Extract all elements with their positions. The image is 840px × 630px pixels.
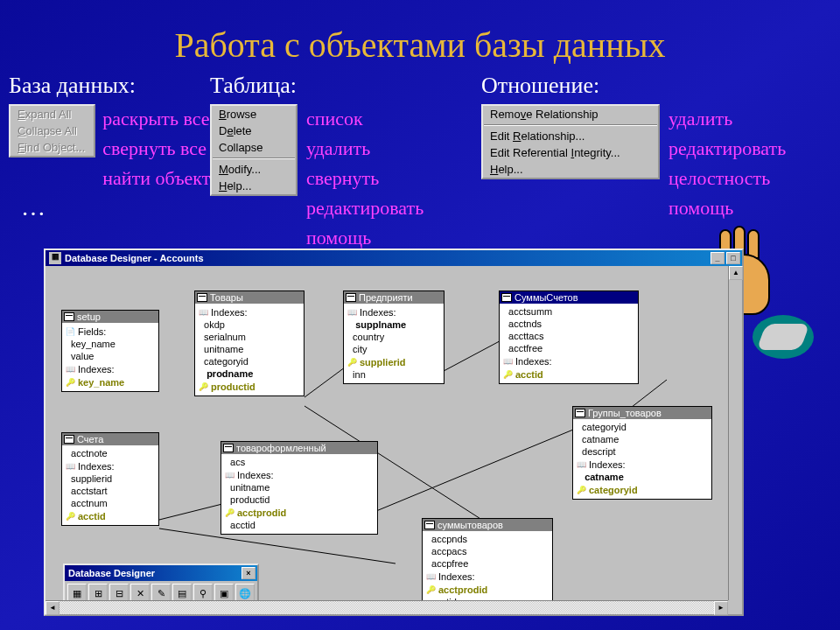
menu-modify[interactable]: Modify... bbox=[212, 161, 296, 178]
horizontal-scrollbar[interactable]: ◄► bbox=[46, 600, 728, 614]
table-section-label: Таблица: bbox=[210, 73, 481, 99]
table-tovary[interactable]: Товары Indexes: okdp serialnum unitname … bbox=[194, 290, 304, 396]
db-context-menu[interactable]: Expand All Collapse All Find Object... bbox=[9, 104, 95, 158]
designer-title: Database Designer - Accounts bbox=[65, 253, 204, 263]
table-context-menu[interactable]: Browse Delete Collapse Modify... Help... bbox=[210, 104, 298, 196]
ru-expand: раскрыть все bbox=[102, 108, 210, 130]
ru-collapse: свернуть все bbox=[102, 137, 210, 160]
menu-edit-rel[interactable]: Edit Relationship... bbox=[483, 128, 658, 144]
tool-remove-table[interactable]: ⊟ bbox=[109, 584, 129, 600]
db-section-label: База данных: bbox=[9, 73, 210, 99]
svg-line-3 bbox=[159, 502, 229, 520]
tool-new-remote[interactable]: ✕ bbox=[130, 584, 150, 600]
designer-titlebar[interactable]: ▦ Database Designer - Accounts _ □ bbox=[46, 250, 742, 266]
tool-connection[interactable]: ⚲ bbox=[193, 584, 213, 600]
ru-help2: помощь bbox=[668, 197, 786, 220]
table-predpriyati[interactable]: Предприяти Indexes: supplname country ci… bbox=[343, 290, 444, 384]
toolbox-title: Database Designer bbox=[68, 568, 155, 578]
designer-canvas[interactable]: setup Fields: key_name value Indexes: ke… bbox=[46, 266, 742, 600]
table-summyschetov[interactable]: СуммыСчетов acctsumm acctnds accttacs ac… bbox=[499, 290, 639, 384]
menu-collapse-all[interactable]: Collapse All bbox=[10, 122, 94, 139]
menu-help[interactable]: Help... bbox=[212, 178, 296, 194]
table-icon bbox=[64, 312, 74, 321]
menu-delete[interactable]: Delete bbox=[212, 122, 296, 139]
rel-context-menu[interactable]: Remove Relationship Edit Relationship...… bbox=[481, 104, 660, 179]
table-summytovarov[interactable]: суммытоваров accpnds accpacs accpfree In… bbox=[422, 518, 553, 600]
menu-edit-ref[interactable]: Edit Referential Integrity... bbox=[483, 144, 658, 161]
table-tovaroformlennyy[interactable]: товароформленный acs Indexes: unitname p… bbox=[220, 441, 378, 535]
menu-help2[interactable]: Help... bbox=[483, 161, 658, 178]
table-setup[interactable]: setup Fields: key_name value Indexes: ke… bbox=[61, 310, 159, 392]
ru-help: помощь bbox=[306, 227, 424, 249]
ru-collapse2: свернуть bbox=[306, 167, 424, 190]
ru-edit: редактировать bbox=[668, 137, 786, 160]
ru-integrity: целостность bbox=[668, 167, 786, 190]
tool-add-table[interactable]: ⊞ bbox=[88, 584, 108, 600]
vertical-scrollbar[interactable]: ▲ bbox=[728, 266, 742, 600]
tool-edit-sp[interactable]: ▣ bbox=[214, 584, 234, 600]
table-scheta[interactable]: Счета acctnote Indexes: supplierid accts… bbox=[61, 432, 159, 526]
ru-modify: редактировать bbox=[306, 197, 424, 220]
menu-expand-all[interactable]: Expand All bbox=[10, 106, 94, 122]
toolbox-close[interactable]: × bbox=[242, 567, 256, 579]
tool-new-table[interactable]: ▦ bbox=[67, 584, 87, 600]
ru-browse: список bbox=[306, 108, 424, 130]
rel-section-label: Отношение: bbox=[481, 73, 831, 99]
maximize-button[interactable]: □ bbox=[726, 252, 740, 264]
menu-browse[interactable]: Browse bbox=[212, 106, 296, 122]
ellipsis: … bbox=[9, 190, 210, 221]
svg-line-5 bbox=[376, 424, 588, 511]
table-gruppy-tovarov[interactable]: Группы_товаров categoryid catname descri… bbox=[572, 406, 712, 500]
system-menu-icon[interactable]: ▦ bbox=[49, 252, 61, 264]
menu-find-object[interactable]: Find Object... bbox=[10, 139, 94, 156]
minimize-button[interactable]: _ bbox=[710, 252, 724, 264]
menu-collapse[interactable]: Collapse bbox=[212, 139, 296, 156]
ru-find: найти объект bbox=[102, 167, 210, 190]
page-title: Работа с объектами базы данных bbox=[0, 0, 840, 66]
tool-help[interactable]: 🌐 bbox=[235, 584, 255, 600]
designer-toolbox[interactable]: Database Designer × ▦ ⊞ ⊟ ✕ ✎ ▤ ⚲ ▣ 🌐 bbox=[63, 564, 259, 600]
menu-remove-rel[interactable]: Remove Relationship bbox=[483, 106, 658, 122]
database-designer-window[interactable]: ▦ Database Designer - Accounts _ □ setup… bbox=[44, 248, 744, 616]
ru-delete: удалить bbox=[306, 137, 424, 160]
tool-modify[interactable]: ✎ bbox=[151, 584, 171, 600]
tool-browse[interactable]: ▤ bbox=[172, 584, 192, 600]
ru-remove: удалить bbox=[668, 108, 786, 130]
